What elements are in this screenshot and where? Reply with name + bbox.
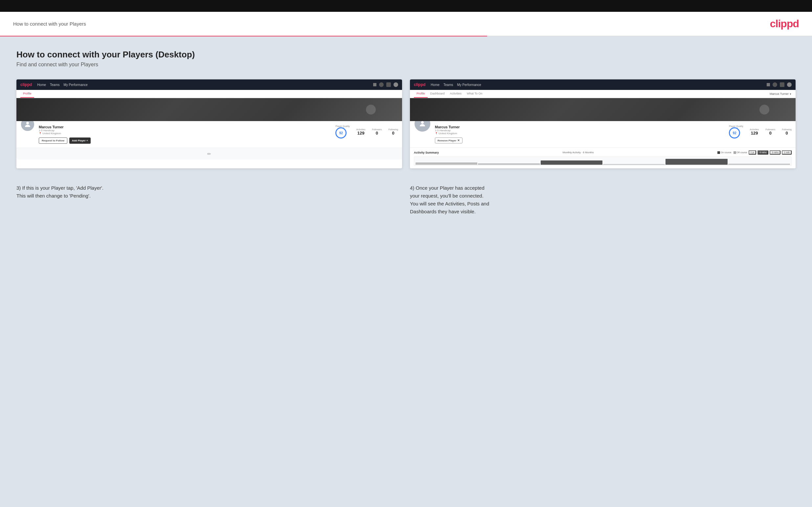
quality-stat-2: Player Quality 92 bbox=[729, 125, 743, 138]
mini-nav-home-2: Home bbox=[430, 83, 440, 87]
player-handicap-2: 1-5 Handicap bbox=[435, 129, 725, 132]
main-content: How to connect with your Players (Deskto… bbox=[0, 37, 812, 507]
search-icon-1 bbox=[373, 83, 376, 86]
legend-off-course: Off course bbox=[733, 151, 747, 154]
quality-circle-1: 92 bbox=[336, 127, 347, 138]
location-pin-icon-2: 📍 bbox=[435, 132, 438, 135]
player-name-2: Marcus Turner bbox=[435, 125, 725, 129]
followers-stat-2: Followers 0 bbox=[765, 128, 775, 135]
followers-stat-1: Followers 0 bbox=[372, 128, 382, 135]
activity-legend-2: On course Off course bbox=[717, 151, 747, 154]
user-avatar-icon-1 bbox=[23, 120, 32, 128]
tab-profile-1: Profile bbox=[20, 90, 34, 98]
caption-box-4: 4) Once your Player has accepted your re… bbox=[410, 179, 796, 216]
tab-activities-2: Activities bbox=[447, 90, 464, 98]
mini-tabs-list-2: Profile Dashboard Activities What To On bbox=[414, 90, 485, 98]
mini-chart-2 bbox=[414, 157, 792, 166]
screenshot-2: clippd Home Teams My Performance Profile bbox=[410, 79, 796, 168]
on-course-dot bbox=[717, 151, 720, 154]
mini-app-1: clippd Home Teams My Performance Profile bbox=[16, 79, 402, 160]
mini-buttons-2: Remove Player ✕ bbox=[435, 137, 725, 144]
mini-profile-1: Marcus Turner 1-5 Handicap 📍 United King… bbox=[16, 121, 402, 148]
off-course-dot bbox=[733, 151, 736, 154]
user-icon-1 bbox=[379, 82, 384, 87]
top-bar bbox=[0, 0, 812, 12]
bar-5 bbox=[665, 159, 727, 165]
header-title: How to connect with your Players bbox=[13, 21, 86, 26]
mini-banner-circle-1 bbox=[366, 105, 376, 115]
remove-player-button[interactable]: Remove Player ✕ bbox=[435, 137, 462, 144]
caption-3: 3) If this is your Player tap, 'Add Play… bbox=[16, 184, 402, 200]
search-icon-2 bbox=[767, 83, 770, 86]
bar-1 bbox=[415, 162, 477, 165]
bar-3 bbox=[541, 161, 602, 165]
settings-icon-2 bbox=[780, 82, 784, 87]
request-follow-button-1[interactable]: Request to Follow bbox=[39, 137, 67, 144]
svg-point-1 bbox=[421, 121, 424, 124]
mini-tabs-1: Profile bbox=[16, 90, 402, 98]
quality-circle-2: 92 bbox=[729, 127, 740, 138]
mini-stats-2: Player Quality 92 Activities 129 Followe… bbox=[729, 125, 792, 138]
svg-point-0 bbox=[26, 122, 29, 124]
caption-row: 3) If this is your Player tap, 'Add Play… bbox=[16, 179, 796, 216]
location-pin-icon-1: 📍 bbox=[39, 132, 42, 135]
header: How to connect with your Players clippd bbox=[0, 12, 812, 36]
filter-1yr[interactable]: 1 yr bbox=[749, 150, 757, 155]
page-subheading: Find and connect with your Players bbox=[16, 62, 796, 68]
mini-profile-info-1: Marcus Turner 1-5 Handicap 📍 United King… bbox=[39, 124, 332, 144]
player-location-2: 📍 United Kingdom bbox=[435, 132, 725, 135]
activities-stat-1: Activities 129 bbox=[356, 128, 366, 135]
screenshots-row: clippd Home Teams My Performance Profile bbox=[16, 79, 796, 168]
pencil-icon-1: ✏ bbox=[207, 151, 211, 157]
player-location-1: 📍 United Kingdom bbox=[39, 132, 332, 135]
filter-3mths[interactable]: 3 mths bbox=[770, 150, 780, 155]
player-handicap-1: 1-5 Handicap bbox=[39, 129, 332, 132]
mini-banner-circle-2 bbox=[759, 105, 769, 115]
mini-logo-1: clippd bbox=[20, 82, 32, 87]
mini-tabs-2: Profile Dashboard Activities What To On … bbox=[410, 90, 796, 98]
mini-app-2: clippd Home Teams My Performance Profile bbox=[410, 79, 796, 168]
add-player-button-1[interactable]: Add Player + bbox=[69, 137, 91, 144]
logo: clippd bbox=[770, 18, 799, 30]
tab-profile-2: Profile bbox=[414, 90, 428, 98]
chevron-down-icon-2: ▼ bbox=[789, 93, 792, 95]
caption-box-3: 3) If this is your Player tap, 'Add Play… bbox=[16, 179, 402, 216]
page-heading: How to connect with your Players (Deskto… bbox=[16, 50, 796, 60]
legend-on-course: On course bbox=[717, 151, 731, 154]
mini-profile-info-2: Marcus Turner 1-5 Handicap 📍 United King… bbox=[435, 124, 725, 144]
avatar-icon-2 bbox=[787, 82, 792, 87]
bar-6 bbox=[728, 164, 790, 165]
bar-2 bbox=[478, 163, 540, 165]
filter-6mths[interactable]: 6 mths bbox=[757, 150, 768, 155]
mini-logo-2: clippd bbox=[414, 82, 425, 87]
bar-4 bbox=[603, 164, 665, 165]
mini-buttons-1: Request to Follow Add Player + bbox=[39, 137, 332, 144]
following-stat-2: Following 0 bbox=[782, 128, 792, 135]
mini-activity-header-2: Activity Summary Monthly Activity · 6 Mo… bbox=[414, 150, 792, 155]
mini-nav-performance-2: My Performance bbox=[457, 83, 481, 87]
mini-nav-teams-1: Teams bbox=[50, 83, 59, 87]
user-icon-2 bbox=[773, 82, 777, 87]
mini-nav-home-1: Home bbox=[37, 83, 46, 87]
screenshot-1: clippd Home Teams My Performance Profile bbox=[16, 79, 402, 168]
tab-what-to-on-2: What To On bbox=[464, 90, 485, 98]
mini-activity-2: Activity Summary Monthly Activity · 6 Mo… bbox=[410, 147, 796, 168]
name-dropdown-2: Marcus Turner ▼ bbox=[770, 90, 792, 98]
filter-1mth[interactable]: 1 mth bbox=[782, 150, 792, 155]
avatar-icon-1 bbox=[394, 82, 398, 87]
activity-filters-2: On course Off course 1 yr 6 mths 3 mths … bbox=[717, 150, 792, 155]
activities-stat-2: Activities 129 bbox=[750, 128, 759, 135]
activity-title-2: Activity Summary bbox=[414, 151, 439, 154]
mini-nav-2: clippd Home Teams My Performance bbox=[410, 79, 796, 90]
mini-nav-teams-2: Teams bbox=[444, 83, 453, 87]
activity-period-2: Monthly Activity · 6 Months bbox=[563, 151, 594, 154]
player-name-1: Marcus Turner bbox=[39, 125, 332, 129]
mini-pencil-area-1: ✏ bbox=[16, 148, 402, 160]
tab-dashboard-2: Dashboard bbox=[428, 90, 447, 98]
mini-nav-performance-1: My Performance bbox=[63, 83, 87, 87]
mini-profile-2: Marcus Turner 1-5 Handicap 📍 United King… bbox=[410, 121, 796, 147]
mini-stats-1: Player Quality 92 Activities 129 Followe… bbox=[336, 125, 398, 138]
mini-nav-icons-2 bbox=[767, 82, 792, 87]
mini-nav-icons-1 bbox=[373, 82, 398, 87]
following-stat-1: Following 0 bbox=[388, 128, 398, 135]
